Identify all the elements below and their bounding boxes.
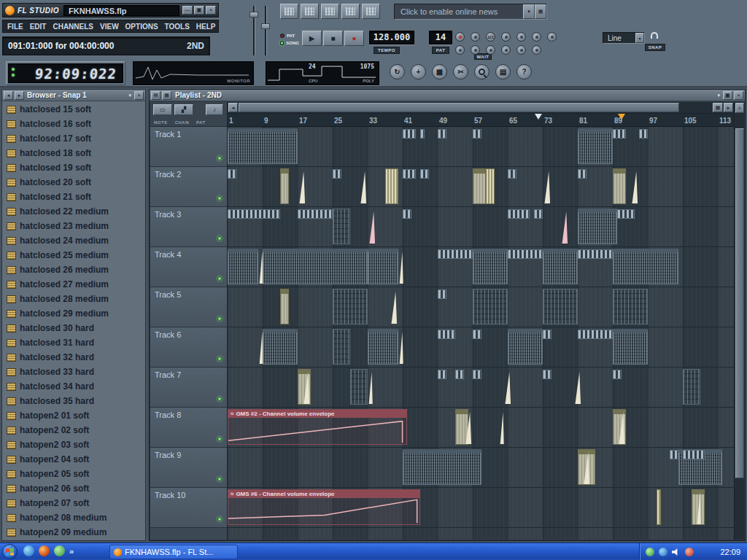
playlist-maximize-icon[interactable]: ▣ xyxy=(723,91,732,100)
menu-file[interactable]: FILE xyxy=(7,23,23,31)
app-titlebar[interactable]: FL STUDIO FKNHAWSS.flp — ▣ × xyxy=(2,3,219,18)
pattern-clip[interactable] xyxy=(438,330,455,339)
multilink-button[interactable] xyxy=(532,45,541,55)
menu-edit[interactable]: EDIT xyxy=(30,23,47,31)
pattern-clip[interactable] xyxy=(578,128,613,164)
browser-sample-item[interactable]: hatopen2 01 soft xyxy=(3,408,144,423)
pattern-clip[interactable] xyxy=(228,209,280,219)
track-lane[interactable] xyxy=(228,368,734,408)
browser-sample-item[interactable]: hatclosed 19 soft xyxy=(3,160,144,175)
pattern-clip[interactable] xyxy=(368,369,376,405)
cut-button[interactable]: ✂ xyxy=(453,64,468,79)
pattern-clip[interactable] xyxy=(420,129,425,139)
toggle-playlist-button[interactable] xyxy=(280,4,298,19)
pattern-clip[interactable] xyxy=(280,289,289,324)
browser-sample-item[interactable]: hatclosed 35 hard xyxy=(3,394,144,408)
track-mute-led[interactable] xyxy=(217,196,222,201)
browser-sample-item[interactable]: hatclosed 20 soft xyxy=(3,175,144,190)
recording-led-button[interactable] xyxy=(455,32,465,42)
pattern-clip[interactable] xyxy=(263,249,368,284)
browser-sample-item[interactable]: hatopen2 07 soft xyxy=(3,496,144,510)
pattern-clip[interactable] xyxy=(390,289,403,324)
toggle-piano-roll-button[interactable] xyxy=(321,4,339,19)
browser-sample-item[interactable]: hatopen2 05 soft xyxy=(3,467,144,481)
track-lane[interactable] xyxy=(228,287,734,327)
pattern-clip[interactable] xyxy=(508,169,516,179)
news-refresh-button[interactable]: ▦ xyxy=(535,4,546,19)
playlist-close-icon[interactable]: × xyxy=(734,91,743,100)
quicklaunch-overflow-icon[interactable]: » xyxy=(69,547,74,556)
track-header[interactable]: Track 9 xyxy=(150,448,227,488)
pattern-clip[interactable] xyxy=(613,249,678,284)
pattern-clip[interactable] xyxy=(228,128,298,164)
playlist-position-marker[interactable] xyxy=(535,114,542,120)
new-project-button[interactable]: + xyxy=(411,64,426,79)
pattern-clip[interactable] xyxy=(617,209,635,219)
playlist-menu-icon[interactable]: ▤ xyxy=(151,91,160,100)
stop-button[interactable]: ■ xyxy=(323,31,343,46)
wait-input-button[interactable] xyxy=(516,32,526,42)
track-header[interactable]: Track 3 xyxy=(150,207,227,247)
pattern-picker-button[interactable]: ▭ xyxy=(153,104,172,115)
pattern-clip[interactable] xyxy=(560,209,573,244)
fit-button[interactable]: + xyxy=(735,103,744,113)
pat-led[interactable] xyxy=(280,34,285,38)
zoom-button[interactable] xyxy=(474,64,489,79)
browser-sample-item[interactable]: hatclosed 27 medium xyxy=(3,277,144,292)
pattern-clip[interactable] xyxy=(298,209,333,219)
pattern-clip[interactable] xyxy=(333,169,341,179)
toggle-mixer-button[interactable] xyxy=(362,4,380,19)
browser-sample-item[interactable]: hatclosed 28 medium xyxy=(3,292,144,306)
playlist-tools-icon[interactable]: ▦ xyxy=(162,91,171,100)
punch-button[interactable] xyxy=(516,45,526,55)
network-tray-icon[interactable] xyxy=(659,548,667,556)
track-mute-led[interactable] xyxy=(217,517,222,521)
pattern-clip[interactable] xyxy=(578,169,587,179)
pattern-clip[interactable] xyxy=(333,209,350,244)
snap-mode-select[interactable]: Line ▾ xyxy=(603,32,645,44)
song-led[interactable] xyxy=(280,41,284,45)
note-repeat-button[interactable] xyxy=(501,45,511,55)
playlist-grid[interactable]: ≈GMS #2 - Channel volume envelope≈GMS #6… xyxy=(228,127,734,540)
alert-tray-icon[interactable] xyxy=(685,548,694,556)
pattern-clip[interactable] xyxy=(613,370,622,379)
pattern-clip[interactable] xyxy=(578,249,613,259)
chevron-down-icon[interactable]: ▾ xyxy=(128,93,131,98)
pattern-clip[interactable] xyxy=(670,450,678,459)
automation-clip[interactable]: ≈GMS #2 - Channel volume envelope xyxy=(228,409,407,445)
pattern-clip[interactable] xyxy=(613,129,626,139)
menu-options[interactable]: OPTIONS xyxy=(125,23,158,31)
track-lane[interactable] xyxy=(228,127,734,167)
horizontal-scrollbar[interactable]: ◂ ▦ ▸ xyxy=(228,102,734,114)
pattern-clip[interactable] xyxy=(473,249,508,284)
countdown-button[interactable]: 321 xyxy=(486,32,495,42)
pattern-clip[interactable] xyxy=(333,289,368,324)
pattern-clip[interactable] xyxy=(350,369,368,405)
overdub-button[interactable] xyxy=(486,45,495,55)
pattern-clip[interactable] xyxy=(582,449,595,485)
track-lane[interactable] xyxy=(228,167,734,207)
browser-sample-item[interactable]: hatclosed 34 hard xyxy=(3,379,144,394)
help-button[interactable]: ? xyxy=(516,64,532,79)
browser-sample-item[interactable]: hatopen2 03 soft xyxy=(3,438,144,452)
timeline-ruler[interactable]: 191725334149576573818997105113 xyxy=(228,114,734,127)
pattern-clip[interactable] xyxy=(683,450,705,459)
browser-sample-item[interactable]: hatclosed 30 hard xyxy=(3,321,144,335)
minimize-button[interactable]: — xyxy=(182,6,193,15)
project-notes-button[interactable]: ▤ xyxy=(495,64,511,79)
browser-sample-item[interactable]: hatclosed 22 medium xyxy=(3,204,144,219)
pattern-clip[interactable] xyxy=(543,249,578,284)
pattern-clip[interactable] xyxy=(613,168,626,204)
track-lane[interactable] xyxy=(228,448,734,488)
chevron-down-icon[interactable]: ▾ xyxy=(635,33,644,43)
pattern-clip[interactable] xyxy=(657,489,661,525)
pattern-clip[interactable] xyxy=(263,329,298,365)
pattern-clip[interactable] xyxy=(385,168,398,204)
master-volume-slider[interactable] xyxy=(249,4,258,57)
pattern-clip[interactable] xyxy=(473,330,481,339)
typing-keyboard-button[interactable] xyxy=(455,45,465,55)
track-mute-led[interactable] xyxy=(217,437,222,441)
browser-titlebar[interactable]: ◂ ▸ Browser - Snap 1 ▾ × xyxy=(2,90,145,101)
pattern-clip[interactable] xyxy=(420,169,429,179)
track-header[interactable]: Track 5 xyxy=(150,287,227,327)
